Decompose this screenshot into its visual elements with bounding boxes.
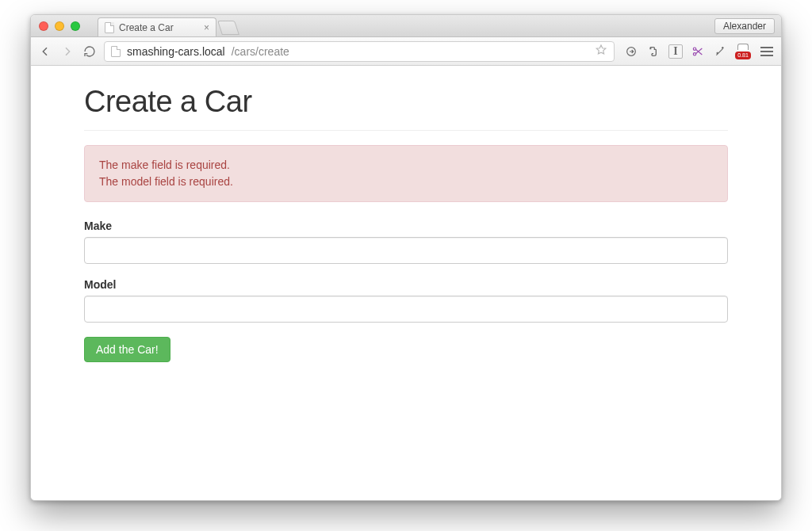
validation-alert: The make field is required. The model fi… <box>84 145 728 202</box>
make-input[interactable] <box>84 237 728 264</box>
page-viewport: Create a Car The make field is required.… <box>31 66 781 500</box>
bookmark-star-icon[interactable] <box>595 44 607 59</box>
page-container: Create a Car The make field is required.… <box>73 66 739 394</box>
titlebar: Create a Car × Alexander <box>31 15 781 37</box>
model-label: Model <box>84 278 728 291</box>
window-zoom-button[interactable] <box>71 21 80 31</box>
title-divider <box>84 130 728 131</box>
validation-error: The model field is required. <box>99 174 713 190</box>
profile-name: Alexander <box>723 21 766 32</box>
tabstrip: Create a Car × <box>98 15 237 36</box>
extension-scissors-icon[interactable] <box>691 44 705 59</box>
extension-circle-arrow-icon[interactable] <box>624 44 638 59</box>
form-group-model: Model <box>84 278 728 323</box>
url-path: /cars/create <box>232 45 289 58</box>
profile-badge[interactable]: Alexander <box>714 18 775 34</box>
window-controls <box>39 21 80 31</box>
browser-window: Create a Car × Alexander smashing-cars.l… <box>30 14 782 501</box>
model-input[interactable] <box>84 296 728 323</box>
tab-title: Create a Car <box>119 22 174 33</box>
extension-badge-cap <box>737 44 749 50</box>
tab-page-icon <box>105 22 114 33</box>
submit-button[interactable]: Add the Car! <box>84 337 170 362</box>
window-minimize-button[interactable] <box>55 21 64 31</box>
form-group-make: Make <box>84 220 728 264</box>
extension-badge-icon[interactable]: 0.81 <box>735 45 751 58</box>
extension-instapaper-icon[interactable]: I <box>668 44 683 59</box>
site-page-icon <box>111 46 121 57</box>
new-tab-button[interactable] <box>217 21 239 35</box>
browser-tab[interactable]: Create a Car × <box>98 17 216 36</box>
extension-evernote-icon[interactable] <box>646 44 661 59</box>
validation-error: The make field is required. <box>99 157 713 174</box>
page-title: Create a Car <box>84 85 728 119</box>
forward-button[interactable] <box>59 44 75 59</box>
toolbar: smashing-cars.local/cars/create I <box>31 37 781 66</box>
back-button[interactable] <box>37 44 53 59</box>
extension-wand-icon[interactable] <box>713 44 727 59</box>
address-bar[interactable]: smashing-cars.local/cars/create <box>104 41 615 62</box>
url-host: smashing-cars.local <box>127 45 225 58</box>
extension-badge-value: 0.81 <box>735 52 751 59</box>
make-label: Make <box>84 220 728 232</box>
extension-letter-label: I <box>673 45 677 58</box>
window-close-button[interactable] <box>39 21 48 31</box>
browser-menu-button[interactable] <box>759 44 775 59</box>
reload-button[interactable] <box>82 44 98 59</box>
tab-close-icon[interactable]: × <box>204 22 209 33</box>
extensions: I 0.81 <box>621 44 775 59</box>
